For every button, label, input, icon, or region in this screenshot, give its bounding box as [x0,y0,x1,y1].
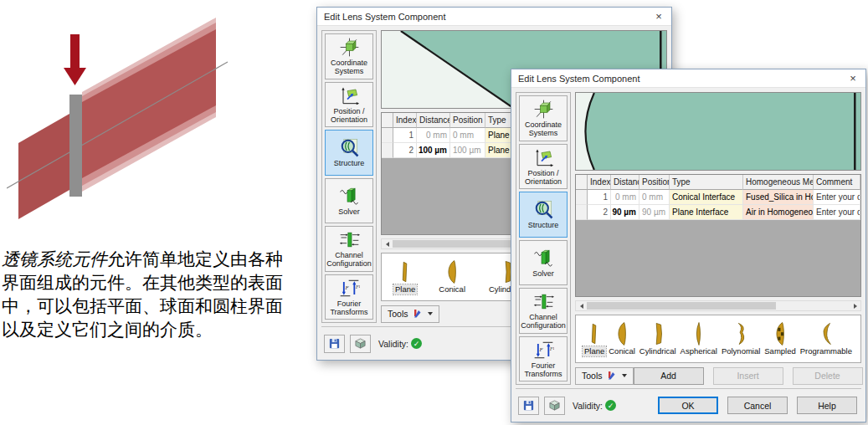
row-selector[interactable] [576,205,588,220]
gallery-item-label: Plane [393,284,417,294]
sidebar-item-label: Fourier Transforms [326,300,372,316]
gallery-item-label: Conical [437,284,467,294]
horizontal-scrollbar[interactable] [575,300,861,311]
row-selector[interactable] [382,128,393,143]
tools-label: Tools [582,371,603,381]
scroll-left-icon[interactable] [382,239,393,248]
sidebar-item-position-orientation[interactable]: Position / Orientation [519,144,568,190]
channel-configuration-icon [339,229,360,250]
close-icon[interactable]: × [845,71,860,86]
dialog-title: Edit Lens System Component [518,74,845,84]
gallery-item-cylindrical[interactable]: Cylindrical [638,321,678,356]
sidebar-item-label: Channel Configuration [326,251,372,268]
sidebar-item-label: Solver [532,269,554,278]
cell-type[interactable]: Conical Interface [670,190,743,205]
close-icon[interactable]: × [651,9,666,24]
tools-icon [412,309,423,320]
validity-check-icon: ✓ [411,338,422,349]
save-button[interactable] [518,397,539,415]
scroll-right-icon[interactable] [850,301,860,310]
gallery-item-label: Sampled [763,346,798,356]
table-row[interactable]: 2 90 µm 90 µm Plane Interface Air in Hom… [576,205,860,220]
titlebar[interactable]: Edit Lens System Component × [511,69,865,88]
gallery-item-conical[interactable]: Conical [437,259,467,294]
cell-distance[interactable]: 0 mm [417,128,450,143]
help-button[interactable]: Help [797,397,857,414]
gallery-item-polynomial[interactable]: Polynomial [720,321,762,356]
svg-text:F¹: F¹ [355,284,360,289]
cell-position: 100 µm [450,143,485,158]
sidebar-item-position-orientation[interactable]: Position / Orientation [325,82,373,128]
add-button[interactable]: Add [634,367,704,385]
coordinate-systems-icon [339,37,360,58]
titlebar[interactable]: Edit Lens System Component × [317,8,671,26]
ok-button[interactable]: OK [658,397,718,414]
component-box-button[interactable] [350,335,371,353]
sidebar-item-solver[interactable]: Solver [519,240,568,286]
sidebar-item-label: Position / Orientation [521,169,566,186]
scrollbar-thumb[interactable] [587,302,776,310]
col-header-distance: Distance [417,113,450,128]
cell-medium[interactable]: Fused_Silica in Homogeneous Medium [743,190,814,205]
gallery-item-programmable[interactable]: Programmable [799,321,854,356]
cell-distance[interactable]: 0 mm [611,190,639,205]
validity-check-icon: ✓ [605,400,616,411]
structure-icon [533,199,554,220]
validity-label: Validity: [573,401,603,411]
sidebar-item-structure[interactable]: Structure [519,192,568,238]
polynomial-interface-icon [733,321,748,346]
table-header-row: Index Distance Position Type Homogeneous… [576,175,860,190]
sidebar-item-label: Structure [334,159,365,167]
aspherical-interface-icon [691,321,706,346]
tools-icon [606,371,617,381]
gallery-item-aspherical[interactable]: Aspherical [679,321,719,356]
sidebar-item-fourier-transforms[interactable]: F F¹ Fourier Transforms [519,336,568,382]
save-button[interactable] [324,335,345,353]
gallery-item-label: Cylindrical [638,346,678,356]
coordinate-systems-icon [533,99,554,120]
tools-button[interactable]: Tools [381,305,439,323]
beam-band [82,29,216,178]
table-header-gutter [382,113,393,128]
dialog-title: Edit Lens System Component [324,12,651,22]
sampled-interface-icon [773,321,788,346]
gallery-item-plane[interactable]: Plane [393,259,417,294]
gallery-item-sampled[interactable]: Sampled [763,321,798,356]
scrollbar-track[interactable] [587,301,850,310]
sidebar-item-structure[interactable]: Structure [325,130,373,176]
conical-interface-icon [444,259,460,284]
sidebar-item-coordinate-systems[interactable]: Coordinate Systems [325,33,373,79]
sidebar-item-channel-configuration[interactable]: Channel Configuration [519,288,568,334]
cell-position: 0 mm [639,190,670,205]
cell-comment[interactable]: Enter your comment [814,190,860,205]
sidebar-item-label: Position / Orientation [326,107,372,124]
cell-distance[interactable]: 100 µm [417,143,450,158]
col-header-distance: Distance [611,175,639,190]
svg-text:F: F [344,284,349,290]
cell-distance[interactable]: 90 µm [611,205,639,220]
row-selector[interactable] [382,143,393,158]
col-header-medium: Homogeneous Medium [743,175,814,190]
sidebar-item-fourier-transforms[interactable]: F F¹ Fourier Transforms [325,274,373,320]
cell-medium[interactable]: Air in Homogeneous Medium [743,205,814,220]
cancel-button[interactable]: Cancel [727,397,788,414]
sidebar-item-solver[interactable]: Solver [325,178,373,224]
position-orientation-icon [339,85,360,106]
sidebar-item-channel-configuration[interactable]: Channel Configuration [325,226,373,272]
cell-type[interactable]: Plane Interface [670,205,743,220]
dropdown-caret-icon [622,374,627,377]
cell-index: 1 [393,128,417,143]
col-header-index: Index [588,175,611,190]
table-row[interactable]: 1 0 mm 0 mm Conical Interface Fused_Sili… [576,190,860,205]
cell-index: 1 [588,190,611,205]
component-box-button[interactable] [544,397,565,415]
sidebar-item-coordinate-systems[interactable]: Coordinate Systems [519,95,568,141]
tools-button[interactable]: Tools [575,367,634,385]
row-selector[interactable] [576,190,588,205]
cell-comment[interactable]: Enter your comment [814,205,860,220]
svg-text:F: F [538,346,543,352]
interfaces-table: Index Distance Position Type Homogeneous… [575,174,861,297]
scroll-left-icon[interactable] [576,301,587,310]
gallery-item-conical[interactable]: Conical [607,321,637,356]
gallery-item-plane[interactable]: Plane [583,321,606,356]
